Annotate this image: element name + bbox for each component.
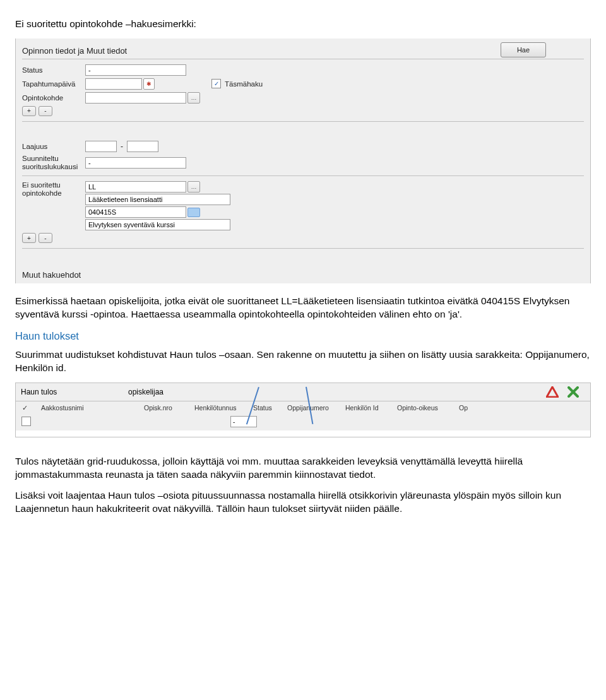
- remove-row-button[interactable]: -: [39, 233, 52, 243]
- para-4: Lisäksi voit laajentaa Haun tulos –osiot…: [15, 489, 591, 516]
- divider: [22, 248, 584, 249]
- label-laajuus: Laajuus: [22, 143, 85, 150]
- form-panel: Opinnon tiedot ja Muut tiedot Hae Status…: [15, 39, 591, 283]
- date-input[interactable]: [85, 78, 142, 90]
- label-status: Status: [22, 66, 85, 74]
- ei-name-1[interactable]: [85, 194, 230, 205]
- label-tapahtumapaiva: Tapahtumapäivä: [22, 80, 85, 88]
- ei-code-2[interactable]: [85, 206, 186, 218]
- grid-sortby: opiskelijaa: [128, 388, 163, 396]
- laajuus-from[interactable]: [85, 141, 117, 152]
- divider: [22, 121, 584, 122]
- grid-filter-row: [15, 414, 591, 431]
- add-row-button[interactable]: +: [22, 233, 36, 243]
- remove-row-button[interactable]: -: [39, 106, 52, 116]
- col-oppijanumero[interactable]: Oppijanumero: [285, 404, 343, 412]
- col-aakkostusnimi[interactable]: Aakkostusnimi: [39, 404, 141, 412]
- col-opisknro[interactable]: Opisk.nro: [141, 404, 192, 412]
- opintokohde-input[interactable]: [85, 92, 186, 104]
- tasmahaku-checkbox[interactable]: ✓: [211, 79, 221, 88]
- status-filter[interactable]: [230, 416, 257, 427]
- grid-title-bar: Haun tulos opiskelijaa: [15, 383, 591, 401]
- para-1: Esimerkissä haetaan opiskelijoita, jotka…: [15, 295, 591, 321]
- heading-haun-tulokset: Haun tulokset: [15, 330, 591, 342]
- laajuus-to[interactable]: [127, 141, 158, 152]
- selected-indicator-icon: [187, 208, 200, 217]
- label-suunniteltu: Suunniteltu suorituslukukausi: [22, 155, 85, 170]
- range-dash: -: [121, 142, 123, 151]
- add-row-button[interactable]: +: [22, 106, 36, 116]
- lookup-icon[interactable]: …: [187, 92, 200, 104]
- svg-marker-0: [547, 387, 558, 397]
- grid-body-empty: [15, 430, 591, 437]
- warning-icon[interactable]: [546, 386, 559, 398]
- label-opintokohde: Opintokohde: [22, 94, 85, 102]
- col-opinto-oikeus[interactable]: Opinto-oikeus: [395, 404, 456, 412]
- section-title: Opinnon tiedot ja Muut tiedot: [16, 42, 133, 57]
- divider: [22, 175, 584, 176]
- label-ei-suoritettu: Ei suoritettu opintokohde: [22, 181, 85, 197]
- section-title-muut: Muut hakuehdot: [16, 266, 590, 283]
- doc-title: Ei suoritettu opintokohde –hakuesimerkki…: [15, 18, 591, 31]
- search-button[interactable]: Hae: [501, 42, 546, 57]
- label-tasmahaku: Täsmähaku: [225, 80, 263, 88]
- col-status[interactable]: Status: [251, 404, 285, 412]
- results-grid: Haun tulos opiskelijaa ✓ Aakkostusnimi O…: [15, 383, 591, 438]
- col-op[interactable]: Op: [456, 404, 487, 412]
- grid-columns: ✓ Aakkostusnimi Opisk.nro Henkilötunnus …: [15, 401, 591, 414]
- grid-title: Haun tulos: [21, 388, 128, 396]
- status-input[interactable]: [85, 64, 186, 76]
- ei-name-2[interactable]: [85, 219, 230, 230]
- lookup-icon[interactable]: …: [187, 181, 200, 193]
- para-3: Tulos näytetään grid-ruudukossa, jolloin…: [15, 455, 591, 482]
- para-2: Suurimmat uudistukset kohdistuvat Haun t…: [15, 348, 591, 375]
- ei-code-1[interactable]: [85, 181, 186, 193]
- calendar-icon[interactable]: ✱: [143, 78, 155, 90]
- suunniteltu-input[interactable]: [85, 157, 186, 169]
- clear-icon[interactable]: [567, 386, 579, 398]
- divider: [22, 59, 584, 59]
- col-henkilonid[interactable]: Henkilön Id: [343, 404, 395, 412]
- col-henkilotunnus[interactable]: Henkilötunnus: [192, 404, 251, 412]
- col-check[interactable]: ✓: [20, 404, 39, 412]
- filter-checkbox[interactable]: [21, 417, 31, 426]
